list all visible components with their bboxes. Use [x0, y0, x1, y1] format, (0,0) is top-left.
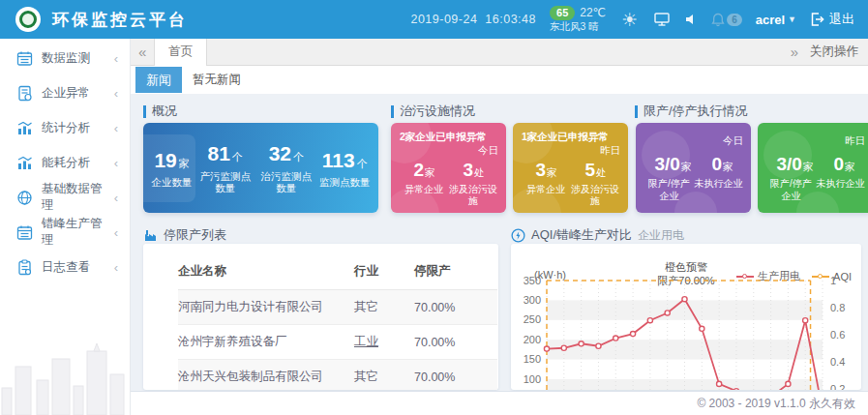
- col-header-rate: 停限产: [414, 255, 497, 290]
- report-icon: [16, 85, 33, 102]
- sidebar-nav: 数据监测 ‹ 企业异常 ‹ 统计分析 ‹ 能耗分析 ‹ 基础数据管理 ‹ 错峰生…: [0, 39, 131, 415]
- chevron-left-icon: ‹: [114, 260, 118, 275]
- sidebar-item-statistics[interactable]: 统计分析 ‹: [0, 110, 130, 145]
- col-header-name: 企业名称: [178, 255, 354, 290]
- logout-icon: [810, 13, 824, 26]
- fan-watermark-icon: [513, 123, 554, 163]
- cell-rate: 70.00%: [414, 360, 497, 391]
- pollution-abnormal-yesterday-card: 1家企业已申报异常 昨日 3家 5处 异常企业 涉及治污设施: [513, 123, 628, 213]
- svg-text:150: 150: [524, 353, 541, 365]
- sidebar-item-enterprise-abnormal[interactable]: 企业异常 ‹: [0, 75, 130, 110]
- pollution-abnormal-today-card: 2家企业已申报异常 今日 2家 3处 异常企业 涉及治污设施: [391, 123, 506, 213]
- scroll-tabs-left-icon[interactable]: «: [131, 44, 154, 60]
- sidebar-item-energy-analysis[interactable]: 能耗分析 ‹: [0, 145, 130, 180]
- svg-text:0.8: 0.8: [830, 302, 845, 313]
- weather-widget: 65 22℃ 东北风3 晴: [550, 6, 606, 34]
- limit-list-panel: 企业名称 行业 停限产 河南同力电力设计有限公司 其它 70.00% 沧州宇新养…: [143, 244, 498, 390]
- sidebar-item-basic-data[interactable]: 基础数据管理 ‹: [0, 180, 130, 215]
- chevron-down-icon: ▼: [788, 15, 796, 24]
- calendar-icon: [16, 50, 33, 67]
- city-skyline-decoration: [0, 338, 131, 415]
- svg-text:200: 200: [524, 334, 541, 345]
- news-tab[interactable]: 新闻: [135, 67, 182, 93]
- bar-chart-icon: [16, 155, 33, 171]
- temperature-label: 22℃: [580, 6, 606, 20]
- limit-list-title: 停限产列表: [164, 226, 226, 244]
- overview-card: 19家 企业数量 81个 产污监测点数量 32个 治污监测点数量 113个 监测…: [143, 123, 378, 213]
- scroll-tabs-right-icon[interactable]: »: [783, 44, 806, 60]
- bell-icon: [711, 13, 725, 27]
- section-title-pollution-control: 治污设施情况: [391, 103, 635, 120]
- wind-label: 东北风3: [550, 20, 585, 32]
- header-datetime: 2019-09-24 16:03:48: [410, 13, 536, 26]
- sound-mute-icon[interactable]: [684, 13, 698, 26]
- aqi-value-badge: 65: [550, 6, 575, 21]
- stat-enterprise-count: 19家 企业数量: [152, 148, 193, 189]
- limit-exec-today-card: 今日 3/0家 0家 限产/停产企业 未执行企业: [636, 123, 751, 213]
- cell-company-name: 河南同力电力设计有限公司: [178, 290, 354, 325]
- svg-text:100: 100: [524, 373, 541, 385]
- sun-weather-icon: ☀: [621, 9, 638, 31]
- notification-bell[interactable]: 6: [711, 13, 742, 27]
- globe-icon: [16, 190, 33, 206]
- close-operations-menu[interactable]: 关闭操作: [806, 44, 868, 60]
- footer-bar: © 2003 - 2019 v1.1.0 永久有效: [131, 391, 868, 415]
- line-chart: 35030025020015010010.80.60.40.2: [511, 277, 861, 390]
- chevron-left-icon: ‹: [114, 86, 118, 101]
- sidebar-item-log-view[interactable]: 日志查看 ‹: [0, 250, 130, 284]
- svg-text:0.6: 0.6: [830, 329, 845, 341]
- aqi-bolt-icon: [511, 228, 525, 243]
- factory-icon: [143, 228, 158, 243]
- chevron-left-icon: ‹: [114, 51, 118, 66]
- cell-company-name: 沧州天兴包装制品有限公司: [178, 360, 354, 391]
- cell-rate: 70.00%: [414, 325, 497, 360]
- section-title-production-limit: 限产/停产执行情况: [635, 103, 748, 120]
- copyright-text: © 2003 - 2019 v1.1.0 永久有效: [697, 396, 855, 412]
- main-area: « 首页 » 关闭操作 新闻 暂无新闻 概况 治污设施情况 限产/停产执行情况: [131, 39, 868, 415]
- news-content: 暂无新闻: [193, 72, 241, 88]
- stat-treatment-points: 32个 治污监测点数量: [258, 141, 314, 193]
- cell-industry: 其它: [354, 360, 414, 391]
- limit-exec-yesterday-card: 昨日 3/0家 0家 限产/停产企业 未执行企业: [758, 123, 868, 213]
- dashboard-content: 概况 治污设施情况 限产/停产执行情况 19家 企业数量 81个 产污监测点数量: [131, 94, 868, 415]
- tab-home[interactable]: 首页: [154, 39, 207, 66]
- weather-condition-label: 晴: [588, 20, 599, 32]
- table-row: 河南同力电力设计有限公司 其它 70.00%: [178, 290, 497, 325]
- svg-text:1: 1: [830, 277, 836, 286]
- calendar-icon: [16, 224, 33, 241]
- cell-industry: 其它: [354, 290, 414, 325]
- log-icon: [16, 259, 33, 276]
- chevron-left-icon: ‹: [114, 225, 118, 240]
- user-menu[interactable]: acrel▼: [756, 13, 796, 27]
- svg-text:300: 300: [524, 294, 541, 306]
- stat-pollution-source-points: 81个 产污监测点数量: [197, 141, 254, 193]
- chart-section-subtitle: 企业用电: [638, 227, 684, 244]
- fullscreen-monitor-icon[interactable]: [653, 12, 671, 27]
- col-header-industry: 行业: [354, 255, 414, 290]
- table-row: 沧州天兴包装制品有限公司 其它 70.00%: [178, 360, 497, 391]
- table-row: 沧州宇新养殖设备厂 工业 70.00%: [178, 325, 497, 360]
- cell-rate: 70.00%: [414, 290, 497, 325]
- sidebar-item-data-monitoring[interactable]: 数据监测 ‹: [0, 41, 130, 75]
- notification-count-badge: 6: [727, 14, 742, 26]
- app-window: 环保监控云平台 2019-09-24 16:03:48 65 22℃ 东北风3 …: [0, 0, 868, 415]
- svg-text:0.2: 0.2: [830, 383, 845, 391]
- top-header: 环保监控云平台 2019-09-24 16:03:48 65 22℃ 东北风3 …: [0, 0, 868, 39]
- svg-text:250: 250: [524, 313, 541, 325]
- chart-section-title: AQI/错峰生产对比: [531, 226, 632, 244]
- sidebar-item-staggered-production[interactable]: 错峰生产管理 ‹: [0, 215, 130, 250]
- app-title: 环保监控云平台: [52, 9, 188, 31]
- svg-text:350: 350: [524, 277, 541, 286]
- aqi-chart-panel: (kW·h) 橙色预警 限产70.00% 生产用电 AQI: [511, 244, 861, 390]
- stat-monitor-points: 113个 监测点数量: [319, 148, 371, 189]
- chevron-left-icon: ‹: [114, 191, 118, 205]
- svg-text:0.4: 0.4: [830, 356, 845, 368]
- cell-company-name: 沧州宇新养殖设备厂: [178, 325, 354, 360]
- limit-list-table: 企业名称 行业 停限产 河南同力电力设计有限公司 其它 70.00% 沧州宇新养…: [178, 255, 497, 390]
- cell-industry[interactable]: 工业: [354, 325, 414, 360]
- tab-strip: « 首页 » 关闭操作: [131, 39, 868, 66]
- logout-button[interactable]: 退出: [810, 11, 854, 28]
- chevron-left-icon: ‹: [114, 156, 118, 170]
- section-title-overview: 概况: [143, 103, 391, 120]
- chevron-left-icon: ‹: [114, 121, 118, 135]
